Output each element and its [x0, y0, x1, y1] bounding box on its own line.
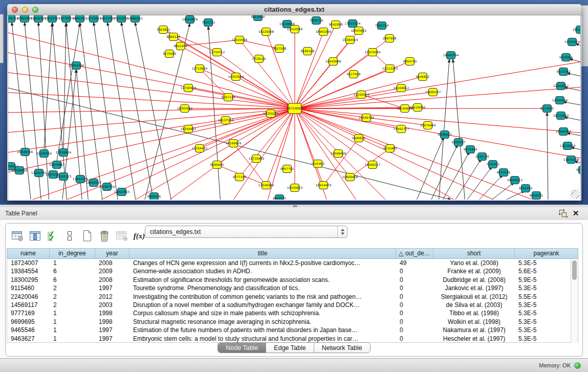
graph-node[interactable]: 18543962 [351, 27, 367, 35]
table-row[interactable]: 977716911998Corpus callosum shape and si… [7, 309, 578, 317]
graph-node[interactable]: 15220046 [410, 104, 426, 112]
graph-node[interactable]: 9474444 [464, 146, 477, 154]
graph-node[interactable]: 9465546 [147, 193, 161, 200]
column-header-year[interactable]: year [95, 249, 129, 258]
table-row[interactable]: 2242004622012Investigating the contribut… [7, 293, 578, 301]
table-row[interactable]: 946362711997Embryonic stem cells: a mode… [7, 335, 578, 343]
graph-node[interactable]: 8466161 [73, 15, 87, 23]
resize-handle-icon[interactable] [571, 190, 579, 199]
graph-node[interactable]: 10809468 [342, 173, 358, 181]
graph-node[interactable]: 17254402 [192, 145, 208, 152]
graph-node[interactable]: 8454749 [403, 58, 417, 65]
column-header-pagerank[interactable]: pagerank [515, 249, 578, 258]
tab-node-table[interactable]: Node Table [218, 343, 266, 353]
graph-node[interactable]: 15345823 [287, 184, 303, 192]
graph-node[interactable]: 16210643 [553, 112, 569, 120]
vertical-scrollbar[interactable] [571, 259, 578, 343]
column-header-in_degree[interactable]: in_degree [50, 249, 95, 258]
graph-node[interactable]: 9827508 [273, 45, 287, 53]
graph-node[interactable]: 14569117 [365, 161, 381, 169]
graph-node[interactable]: 22420046 [232, 36, 248, 44]
graph-node[interactable]: 17557224 [345, 20, 361, 28]
citation-graph[interactable]: 1403572420891406196563281065336715276074… [8, 15, 581, 200]
graph-node[interactable]: 9146821 [416, 73, 430, 81]
graph-node[interactable]: 15716485 [249, 155, 265, 163]
graph-node[interactable]: 15685207 [425, 89, 441, 96]
graph-node[interactable]: 16961059 [316, 28, 332, 36]
table-row[interactable]: 1872400712008Changes of HCN gene express… [7, 259, 578, 267]
graph-node[interactable]: 7515536 [115, 15, 128, 23]
graph-node[interactable]: 9245052 [519, 185, 533, 192]
network-window-titlebar[interactable]: citations_edges.txt [7, 4, 581, 15]
graph-node[interactable]: 8186328 [301, 48, 315, 55]
column-header-title[interactable]: title [129, 249, 396, 258]
float-panel-icon[interactable] [559, 209, 568, 217]
tab-edge-table[interactable]: Edge Table [266, 343, 314, 353]
memory-status-indicator-icon[interactable] [574, 362, 581, 369]
graph-node[interactable]: 8471676 [497, 169, 511, 177]
graph-node[interactable]: 2718126 [252, 55, 266, 63]
graph-node[interactable]: 12160524 [354, 91, 369, 99]
column-header-out_degree[interactable]: △ out_de… [396, 249, 433, 258]
tab-network-table[interactable]: Network Table [314, 343, 370, 353]
table-row[interactable]: 946554611997Estimation of the future num… [7, 326, 578, 334]
graph-node[interactable]: 11700524 [181, 84, 197, 92]
graph-node[interactable]: 9463627 [273, 195, 287, 200]
graph-node[interactable]: 3175685 [163, 50, 177, 58]
graph-node[interactable]: 12444194 [552, 97, 568, 104]
graph-node[interactable]: 14671388 [100, 15, 116, 23]
graph-node[interactable]: 16943794 [443, 52, 459, 59]
graph-node[interactable]: 20646556 [17, 148, 33, 156]
graph-node[interactable]: 7855722 [202, 19, 215, 27]
graph-node[interactable]: 17016504 [560, 142, 576, 150]
graph-node[interactable]: 9699695 [210, 161, 224, 169]
graph-node[interactable]: 16099468 [331, 150, 346, 158]
graph-node[interactable]: 15492777 [394, 125, 409, 133]
graph-node[interactable]: 16914479 [316, 182, 332, 189]
graph-node[interactable]: 16543948 [325, 58, 341, 65]
graph-node[interactable]: 8215955 [540, 105, 554, 113]
show-columns-button[interactable] [26, 228, 43, 244]
graph-node[interactable]: 7565726 [310, 17, 323, 25]
graph-node[interactable]: 9227343 [557, 68, 571, 76]
graph-node[interactable]: 10654112 [507, 177, 523, 184]
graph-node[interactable]: 20953346 [69, 62, 84, 70]
graph-node[interactable]: 16782759 [99, 183, 115, 191]
graph-node[interactable]: 9242848 [329, 21, 343, 29]
graph-node[interactable]: 9457791 [280, 165, 294, 173]
close-panel-icon[interactable]: ✕ [572, 208, 580, 218]
graph-node[interactable]: 10975887 [49, 161, 65, 169]
graph-node[interactable]: 17646946 [258, 182, 274, 189]
graph-node[interactable]: 15276074 [58, 15, 74, 23]
graph-node[interactable]: 9777169 [233, 173, 247, 181]
graph-node[interactable]: 9356021 [530, 192, 543, 200]
graph-node[interactable]: 11675338 [563, 156, 579, 164]
graph-node[interactable]: 16164612 [394, 84, 409, 92]
network-canvas[interactable]: 1403572420891406196563281065336715276074… [8, 15, 581, 200]
graph-node[interactable]: 5317533 [576, 166, 581, 174]
graph-node[interactable]: 9115460 [383, 145, 397, 152]
graph-node[interactable]: 12213363 [382, 65, 398, 73]
graph-node[interactable]: 2935114 [475, 153, 489, 161]
select-all-button[interactable] [43, 228, 61, 244]
create-new-button[interactable] [78, 228, 96, 244]
graph-node[interactable]: 12754712 [209, 49, 225, 56]
column-header-name[interactable]: name [7, 249, 50, 258]
graph-node[interactable]: 8938923 [438, 131, 452, 139]
graph-node[interactable]: 7632621 [486, 161, 500, 168]
graph-node[interactable]: 8813054 [251, 15, 265, 21]
graph-node[interactable]: 20206556 [36, 150, 52, 158]
graph-node[interactable]: 12093852 [553, 82, 569, 90]
graph-node[interactable]: 16053809 [182, 16, 198, 24]
graph-node[interactable]: 15751074 [564, 38, 580, 46]
graph-node[interactable]: 18226058 [258, 28, 274, 36]
unselect-all-button[interactable] [61, 228, 78, 244]
graph-node[interactable]: 9127508 [347, 71, 361, 78]
graph-node[interactable]: 16466161 [127, 15, 143, 23]
table-row[interactable]: 969969511998Structural magnetic resonanc… [7, 318, 578, 326]
graph-node[interactable]: 9329966 [559, 54, 573, 61]
graph-node[interactable]: 17359924 [56, 149, 72, 157]
graph-node[interactable]: 7855724 [375, 22, 389, 30]
graph-node[interactable]: 13942737 [31, 169, 47, 177]
graph-node[interactable]: 19384554 [342, 36, 358, 44]
